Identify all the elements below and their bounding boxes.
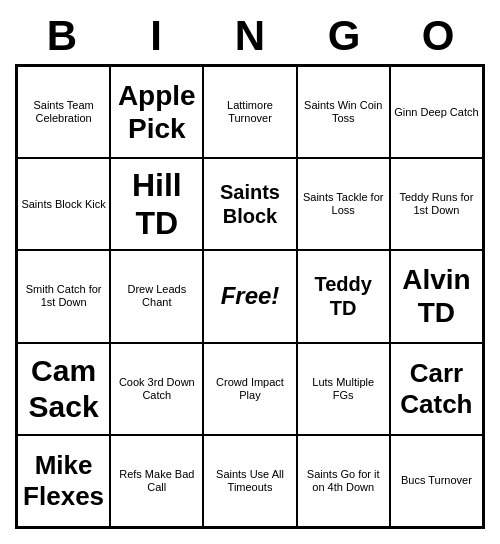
- bingo-cell-23: Saints Go for it on 4th Down: [297, 435, 390, 527]
- bingo-cell-15: Cam Sack: [17, 343, 110, 435]
- cell-text-1: Apple Pick: [114, 79, 199, 146]
- cell-text-6: Hill TD: [114, 166, 199, 243]
- bingo-cell-19: Carr Catch: [390, 343, 483, 435]
- bingo-cell-13: Teddy TD: [297, 250, 390, 342]
- bingo-cell-9: Teddy Runs for 1st Down: [390, 158, 483, 250]
- cell-text-5: Saints Block Kick: [21, 198, 105, 211]
- bingo-cell-16: Cook 3rd Down Catch: [110, 343, 203, 435]
- cell-text-23: Saints Go for it on 4th Down: [301, 468, 386, 494]
- cell-text-3: Saints Win Coin Toss: [301, 99, 386, 125]
- cell-text-10: Smith Catch for 1st Down: [21, 283, 106, 309]
- header-o: O: [391, 10, 485, 62]
- bingo-cell-21: Refs Make Bad Call: [110, 435, 203, 527]
- bingo-cell-14: Alvin TD: [390, 250, 483, 342]
- cell-text-16: Cook 3rd Down Catch: [114, 376, 199, 402]
- bingo-cell-1: Apple Pick: [110, 66, 203, 158]
- cell-text-20: Mike Flexes: [21, 450, 106, 512]
- cell-text-13: Teddy TD: [301, 272, 386, 320]
- cell-text-2: Lattimore Turnover: [207, 99, 292, 125]
- bingo-cell-12: Free!: [203, 250, 296, 342]
- cell-text-18: Luts Multiple FGs: [301, 376, 386, 402]
- cell-text-15: Cam Sack: [21, 353, 106, 425]
- bingo-cell-2: Lattimore Turnover: [203, 66, 296, 158]
- header-g: G: [297, 10, 391, 62]
- bingo-cell-10: Smith Catch for 1st Down: [17, 250, 110, 342]
- bingo-cell-11: Drew Leads Chant: [110, 250, 203, 342]
- bingo-cell-6: Hill TD: [110, 158, 203, 250]
- header-n: N: [203, 10, 297, 62]
- bingo-cell-24: Bucs Turnover: [390, 435, 483, 527]
- bingo-header: B I N G O: [15, 10, 485, 62]
- bingo-cell-17: Crowd Impact Play: [203, 343, 296, 435]
- cell-text-24: Bucs Turnover: [401, 474, 472, 487]
- cell-text-0: Saints Team Celebration: [21, 99, 106, 125]
- cell-text-17: Crowd Impact Play: [207, 376, 292, 402]
- cell-text-12: Free!: [221, 282, 280, 311]
- bingo-cell-5: Saints Block Kick: [17, 158, 110, 250]
- cell-text-19: Carr Catch: [394, 358, 479, 420]
- cell-text-14: Alvin TD: [394, 263, 479, 330]
- cell-text-22: Saints Use All Timeouts: [207, 468, 292, 494]
- cell-text-11: Drew Leads Chant: [114, 283, 199, 309]
- bingo-cell-0: Saints Team Celebration: [17, 66, 110, 158]
- cell-text-8: Saints Tackle for Loss: [301, 191, 386, 217]
- header-b: B: [15, 10, 109, 62]
- bingo-cell-22: Saints Use All Timeouts: [203, 435, 296, 527]
- bingo-cell-8: Saints Tackle for Loss: [297, 158, 390, 250]
- bingo-cell-18: Luts Multiple FGs: [297, 343, 390, 435]
- cell-text-7: Saints Block: [207, 180, 292, 228]
- bingo-cell-7: Saints Block: [203, 158, 296, 250]
- cell-text-21: Refs Make Bad Call: [114, 468, 199, 494]
- bingo-cell-20: Mike Flexes: [17, 435, 110, 527]
- bingo-cell-4: Ginn Deep Catch: [390, 66, 483, 158]
- bingo-cell-3: Saints Win Coin Toss: [297, 66, 390, 158]
- bingo-grid: Saints Team CelebrationApple PickLattimo…: [15, 64, 485, 529]
- cell-text-4: Ginn Deep Catch: [394, 106, 478, 119]
- cell-text-9: Teddy Runs for 1st Down: [394, 191, 479, 217]
- header-i: I: [109, 10, 203, 62]
